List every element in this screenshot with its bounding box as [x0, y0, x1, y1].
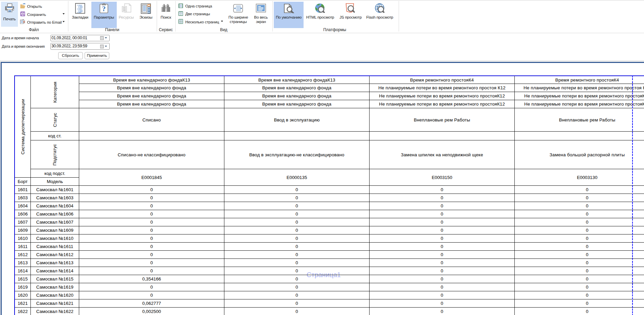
svg-text:?: ? — [102, 4, 106, 13]
